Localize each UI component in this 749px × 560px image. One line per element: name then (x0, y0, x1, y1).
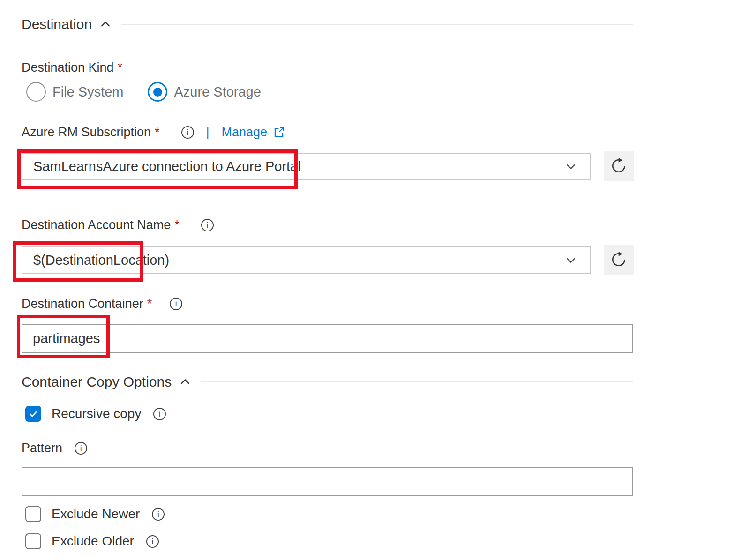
required-asterisk: * (155, 124, 160, 140)
label-text: Destination Account Name (22, 217, 171, 233)
section-divider (201, 381, 633, 382)
chevron-up-icon (99, 18, 112, 30)
destination-account-name-label: Destination Account Name * i (22, 217, 749, 233)
exclude-newer-row: Exclude Newer i (22, 506, 749, 523)
info-icon[interactable]: i (181, 126, 194, 139)
destination-container-input[interactable] (22, 324, 633, 353)
radio-file-system[interactable]: File System (26, 82, 123, 102)
account-name-dropdown-value: $(DestinationLocation) (33, 253, 169, 268)
recursive-copy-checkbox[interactable] (25, 406, 41, 422)
required-asterisk: * (174, 217, 180, 233)
chevron-up-icon (179, 376, 191, 388)
subscription-dropdown[interactable]: SamLearnsAzure connection to Azure Porta… (22, 153, 591, 180)
account-name-dropdown[interactable]: $(DestinationLocation) (22, 246, 591, 274)
separator: | (206, 124, 210, 140)
refresh-subscription-button[interactable] (604, 151, 634, 181)
exclude-older-checkbox[interactable] (25, 533, 41, 549)
required-asterisk: * (147, 296, 152, 312)
info-icon[interactable]: i (146, 535, 159, 548)
manage-link[interactable]: Manage (221, 124, 285, 140)
section-header-destination[interactable]: Destination (22, 16, 633, 33)
label-text: Destination Container (22, 296, 143, 312)
container-input-wrap (22, 324, 633, 353)
label-text: Destination Kind (22, 60, 114, 75)
radio-circle-selected-icon[interactable] (148, 82, 167, 102)
pattern-label: Pattern i (22, 440, 749, 456)
azure-rm-subscription-label: Azure RM Subscription * i | Manage (22, 124, 749, 140)
subscription-field-row: SamLearnsAzure connection to Azure Porta… (22, 151, 749, 181)
radio-circle-icon[interactable] (26, 82, 46, 102)
exclude-newer-checkbox[interactable] (25, 506, 41, 522)
manage-link-text[interactable]: Manage (221, 124, 267, 140)
info-icon[interactable]: i (201, 219, 214, 231)
chevron-down-icon[interactable] (564, 254, 577, 267)
external-link-icon (273, 126, 285, 138)
section-title: Destination (22, 16, 92, 32)
info-icon[interactable]: i (153, 408, 166, 420)
account-name-field-row: $(DestinationLocation) (22, 245, 749, 275)
section-divider (121, 24, 633, 25)
checkmark-icon (28, 409, 38, 419)
radio-label[interactable]: Azure Storage (174, 84, 261, 100)
required-asterisk: * (118, 60, 123, 75)
label-text: Pattern (22, 440, 62, 456)
info-icon[interactable]: i (170, 298, 182, 310)
destination-kind-radio-group: File System Azure Storage (22, 82, 749, 102)
label-text: Azure RM Subscription (22, 124, 151, 140)
exclude-older-label[interactable]: Exclude Older (52, 534, 134, 549)
destination-container-label: Destination Container * i (22, 296, 749, 312)
pattern-input[interactable] (22, 467, 633, 496)
recursive-copy-row: Recursive copy i (22, 405, 749, 422)
info-icon[interactable]: i (75, 442, 87, 455)
refresh-icon (610, 251, 627, 269)
exclude-newer-label[interactable]: Exclude Newer (52, 507, 140, 522)
destination-kind-label: Destination Kind * (22, 60, 749, 75)
subscription-dropdown-value: SamLearnsAzure connection to Azure Porta… (33, 159, 301, 174)
recursive-copy-label[interactable]: Recursive copy (52, 406, 141, 421)
refresh-account-name-button[interactable] (604, 245, 634, 275)
section-header-copy-options[interactable]: Container Copy Options (22, 373, 633, 390)
info-icon[interactable]: i (152, 508, 165, 521)
chevron-down-icon[interactable] (564, 160, 577, 173)
section-title: Container Copy Options (22, 374, 172, 390)
exclude-older-row: Exclude Older i (22, 533, 749, 550)
task-settings-page: Destination Destination Kind * File Syst… (0, 0, 749, 560)
refresh-icon (610, 157, 627, 176)
radio-label[interactable]: File System (52, 84, 123, 100)
radio-azure-storage[interactable]: Azure Storage (148, 82, 261, 102)
pattern-input-wrap (22, 467, 633, 496)
